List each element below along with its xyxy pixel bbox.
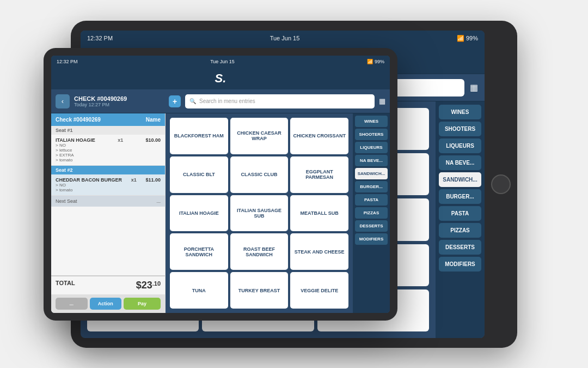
menu-grid-small: BLACKFOREST HAM CHICKEN CAESAR WRAP CHIC… [166,113,353,313]
check-bar-small: ‹ CHECK #00490269 Today 12:27 PM + 🔍 Sea… [51,89,390,113]
next-seat-bar[interactable]: Next Seat ... [51,196,165,207]
cat-pizza-large[interactable]: PIZZAS [439,223,481,238]
cat-burger-small[interactable]: BURGER... [355,181,388,192]
time-large: 12:32 PM [87,35,113,41]
app-header-small: S. [51,68,390,89]
next-seat-label: Next Seat [56,198,77,204]
cat-burger-large[interactable]: BURGER... [439,189,481,204]
order-actions: ... Action Pay [51,294,165,313]
total-amount: $23.10 [136,280,161,291]
cat-sidebar-large: WINES SHOOTERS LIQUEURS NA BEVE... SANDW… [436,101,485,338]
signal-small: 📶 99% [367,59,384,64]
search-icon-small: 🔍 [189,98,196,104]
status-bar-small: 12:32 PM Tue Jun 15 📶 99% [51,56,390,68]
status-bar-large: 12:32 PM Tue Jun 15 📶 99% [81,31,485,46]
menu-item-steak-cheese-s[interactable]: STEAK AND CHEESE [290,233,348,270]
cat-sandwich-small[interactable]: SANDWICH... [355,168,388,179]
order-name-label: Name [146,117,161,123]
signal-large: 📶 99% [457,35,478,42]
cat-modifiers-small[interactable]: MODIFIERS [355,233,388,245]
cat-liqueurs-large[interactable]: LIQUEURS [439,138,481,153]
menu-item-italian-sausage[interactable]: ITALIAN SAUSAGE SUB [230,195,289,232]
total-cents: .10 [152,280,161,287]
check-number-small: CHECK #00490269 [74,95,164,102]
next-seat-dots: ... [156,198,161,204]
search-placeholder-small: Search in menu entries [199,98,255,104]
menu-item-roast-beef[interactable]: ROAST BEEF SANDWICH [230,233,289,270]
cat-pizza-small[interactable]: PIZZAS [355,207,388,219]
item1-mod4: > tomato [56,158,161,162]
cat-wines-small[interactable]: WINES [355,116,388,127]
cat-desserts-large[interactable]: DESSERTS [439,240,481,255]
item1-mod1: > NO [56,143,161,148]
cat-sandwich-large[interactable]: SANDWICH... [439,172,481,187]
menu-item-veggie-s[interactable]: VEGGIE DELITE [290,272,348,309]
action-button[interactable]: Action [90,298,122,310]
menu-item-classic-club[interactable]: CLASSIC CLUB [230,156,289,193]
seat2-label: Seat #2 [51,166,165,174]
order-panel: Check #00490269 Name Seat #1 ITALIAN HOA… [51,113,166,313]
cat-na-large[interactable]: NA BEVE... [439,155,481,170]
order-check-label: Check #00490269 [56,117,101,123]
small-screen: 12:32 PM Tue Jun 15 📶 99% S. ‹ CHECK #00… [51,56,390,313]
ipad-small: 12:32 PM Tue Jun 15 📶 99% S. ‹ CHECK #00… [44,48,397,321]
home-button-large[interactable] [491,174,511,194]
cat-pasta-small[interactable]: PASTA [355,194,388,206]
item1-row: ITALIAN HOAGIE x1 $10.00 > NO > lettuce … [51,135,165,166]
menu-item-turkey[interactable]: TURKEY BREAST [230,272,289,309]
menu-item-meatball-s[interactable]: MEATBALL SUB [290,195,348,232]
seat1-label: Seat #1 [51,126,165,135]
barcode-icon-small: ▦ [379,97,385,105]
cat-shooters-small[interactable]: SHOOTERS [355,129,388,140]
cat-sidebar-small: WINES SHOOTERS LIQUEURS NA BEVE... SANDW… [353,113,390,313]
item1-name: ITALIAN HOAGIE [56,137,95,143]
item2-row: CHEDDAR BACON BURGER x1 $11.00 > NO > to… [51,174,165,196]
item1-mod3: > EXTRA [56,153,161,158]
cat-liqueurs-small[interactable]: LIQUEURS [355,142,388,153]
date-large: Tue Jun 15 [270,35,300,41]
item2-mod1: > NO [56,183,161,188]
cat-wines-large[interactable]: WINES [439,105,481,119]
back-button-small[interactable]: ‹ [56,94,70,108]
check-time-small: Today 12:27 PM [74,102,164,107]
item1-price: $10.00 [145,137,161,143]
total-row: TOTAL $23.10 [56,280,161,291]
item2-mod2: > tomato [56,188,161,192]
menu-item-chicken-caesar[interactable]: CHICKEN CAESAR WRAP [230,118,289,154]
item2-name-row: CHEDDAR BACON BURGER x1 $11.00 [56,177,161,183]
menu-item-italian-hoagie[interactable]: ITALIAN HOAGIE [170,195,228,232]
cat-pasta-large[interactable]: PASTA [439,206,481,221]
cat-na-small[interactable]: NA BEVE... [355,155,388,166]
menu-item-classic-blt[interactable]: CLASSIC BLT [170,156,228,193]
app-logo-small: S. [215,71,226,86]
item2-price: $11.00 [145,177,161,183]
item2-name: CHEDDAR BACON BURGER [56,177,122,183]
menu-item-blackforest[interactable]: BLACKFOREST HAM [170,118,228,154]
check-info-small: CHECK #00490269 Today 12:27 PM [74,95,164,107]
menu-item-eggplant-s[interactable]: EGGPLANT PARMESAN [290,156,348,193]
cat-desserts-small[interactable]: DESSERTS [355,220,388,232]
item2-qty: x1 [131,177,137,183]
order-total-bar: TOTAL $23.10 [51,275,165,294]
add-button-small[interactable]: + [169,95,181,107]
time-small: 12:32 PM [57,59,78,64]
order-check-header: Check #00490269 Name [51,113,165,126]
item1-qty: x1 [118,137,123,143]
main-content-small: Check #00490269 Name Seat #1 ITALIAN HOA… [51,113,390,313]
cat-shooters-large[interactable]: SHOOTERS [439,122,481,136]
dots-button[interactable]: ... [56,298,88,310]
menu-item-chicken-croissant-s[interactable]: CHICKEN CROISSANT [290,118,348,154]
search-bar-small[interactable]: 🔍 Search in menu entries [185,94,375,108]
item1-mod2: > lettuce [56,148,161,153]
date-small: Tue Jun 15 [210,59,235,64]
total-dollars: $23 [136,280,152,291]
pay-button[interactable]: Pay [124,298,161,310]
barcode-icon-large: ▦ [470,82,478,93]
cat-modifiers-large[interactable]: MODIFIERS [439,257,481,272]
menu-item-tuna[interactable]: TUNA [170,272,228,309]
total-label: TOTAL [56,280,75,291]
item1-name-row: ITALIAN HOAGIE x1 $10.00 [56,137,161,143]
menu-item-porchetta[interactable]: PORCHETTA SANDWICH [170,233,228,270]
